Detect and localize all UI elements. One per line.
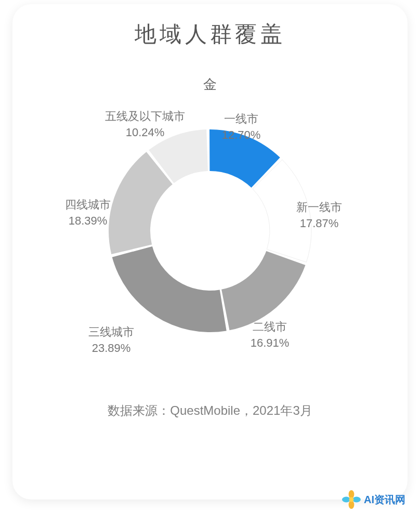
label-new-tier1-pct: 17.87% [296,216,342,232]
label-tier3: 三线城市 23.89% [88,324,134,357]
donut-chart [96,116,324,345]
label-tier2: 二线市 16.91% [251,319,290,351]
source-text: 数据来源：QuestMobile，2021年3月 [12,402,408,419]
chart-area: 金 一线市 12.70% 新一线市 17.87% 二线市 16.91% 三线城市… [12,70,408,392]
label-tier1-name: 一线市 [224,112,258,125]
chart-card: 地域人群覆盖 金 一线市 12.70% 新一线市 17.87% 二线市 16.9… [12,4,408,500]
donut-segment [112,246,227,332]
label-tier5-name: 五线及以下城市 [105,110,185,123]
watermark-text: AI资讯网 [364,493,405,507]
label-tier1-pct: 12.70% [222,127,261,143]
label-tier4: 四线城市 18.39% [65,197,111,229]
watermark: AI资讯网 [342,490,405,509]
label-tier3-pct: 23.89% [88,340,134,357]
label-new-tier1: 新一线市 17.87% [296,200,342,232]
svg-point-4 [349,497,354,502]
donut-segment [221,251,305,330]
label-tier1: 一线市 12.70% [222,111,261,143]
label-tier5: 五线及以下城市 10.24% [105,109,185,141]
chart-title: 地域人群覆盖 [12,20,408,49]
label-tier2-pct: 16.91% [251,335,290,351]
flower-icon [342,490,361,509]
label-new-tier1-name: 新一线市 [296,201,342,214]
center-label: 金 [203,75,217,94]
label-tier2-name: 二线市 [253,320,287,333]
label-tier4-pct: 18.39% [65,213,111,229]
label-tier4-name: 四线城市 [65,198,111,211]
label-tier5-pct: 10.24% [105,125,185,141]
label-tier3-name: 三线城市 [88,325,134,338]
